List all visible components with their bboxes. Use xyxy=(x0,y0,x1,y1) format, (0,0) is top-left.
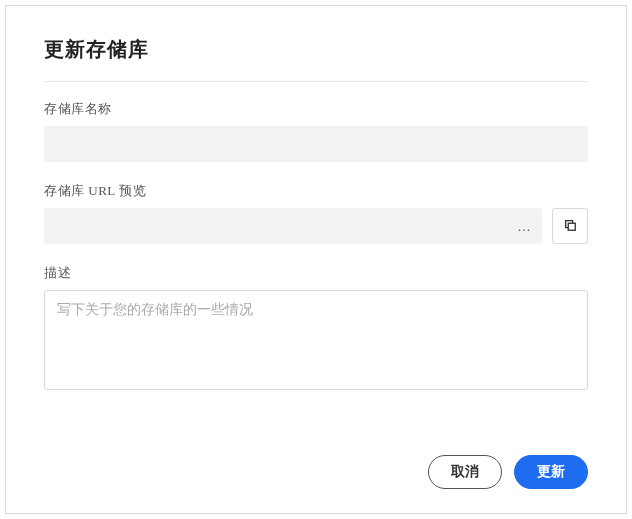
dialog-footer: 取消 更新 xyxy=(44,435,588,489)
repo-name-input[interactable] xyxy=(44,126,588,162)
divider xyxy=(44,81,588,82)
repo-name-label: 存储库名称 xyxy=(44,100,588,118)
repo-url-field: 存储库 URL 预览 … xyxy=(44,182,588,244)
cancel-button[interactable]: 取消 xyxy=(428,455,502,489)
copy-url-button[interactable] xyxy=(552,208,588,244)
url-truncated-indicator: … xyxy=(517,218,532,234)
repo-url-label: 存储库 URL 预览 xyxy=(44,182,588,200)
dialog-title: 更新存储库 xyxy=(44,36,588,63)
description-textarea[interactable] xyxy=(44,290,588,390)
update-repository-dialog: 更新存储库 存储库名称 存储库 URL 预览 … 描述 取消 xyxy=(5,5,627,514)
svg-rect-1 xyxy=(568,223,575,230)
repo-name-field: 存储库名称 xyxy=(44,100,588,162)
description-label: 描述 xyxy=(44,264,588,282)
submit-button[interactable]: 更新 xyxy=(514,455,588,489)
description-field: 描述 xyxy=(44,264,588,394)
repo-url-preview: … xyxy=(44,208,542,244)
copy-icon xyxy=(563,218,577,235)
